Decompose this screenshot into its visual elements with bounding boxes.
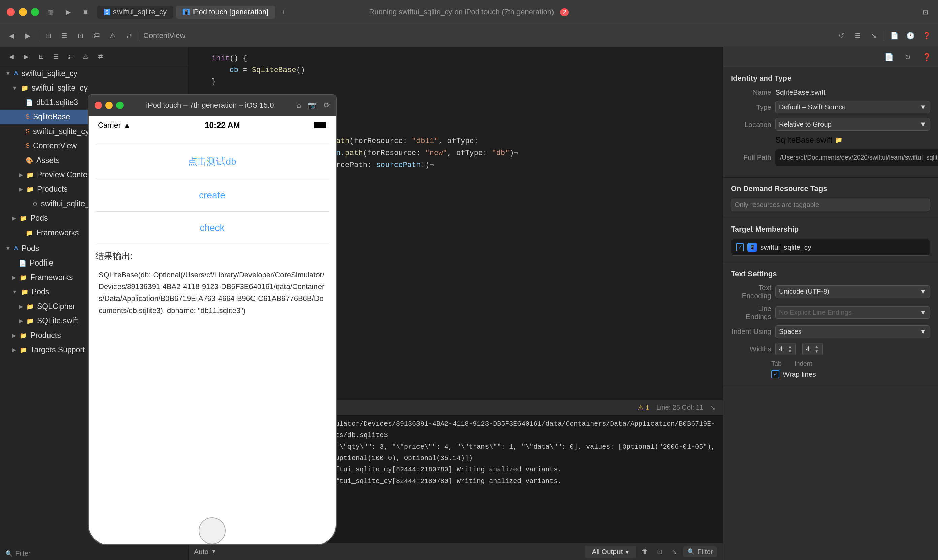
target-checkbox[interactable]: ✓ bbox=[736, 243, 744, 251]
phone-frame: Carrier ▲ 10:22 AM 点击测试db create bbox=[188, 116, 337, 545]
sim-screenshot-icon[interactable]: 📷 bbox=[308, 101, 317, 110]
phone-content[interactable]: 点击测试db create check 结果输出: SQLiteBase(db:… bbox=[188, 135, 336, 517]
battery-icon bbox=[314, 122, 326, 128]
close-button[interactable] bbox=[7, 8, 15, 16]
line-endings-label: Line Endings bbox=[731, 305, 771, 321]
layout-toggle-icon[interactable]: ⊡ bbox=[919, 6, 931, 18]
filter-icon2: 🔍 bbox=[687, 548, 695, 555]
tab-bar: S swiftui_sqlite_cy 📱 iPod touch [genera… bbox=[97, 6, 914, 18]
sidebar-toggle-icon[interactable]: ▦ bbox=[45, 6, 57, 18]
swift-icon: S bbox=[104, 9, 111, 15]
tab-label: Tab bbox=[771, 360, 782, 368]
sidebar-group1-label: swiftui_sqlite_cy bbox=[32, 83, 88, 92]
main-area: ◀ ▶ ⊞ ☰ 🏷 ⚠ ⇄ ▼ A swiftui_sqlite_cy ▼ 📁 … bbox=[0, 47, 938, 560]
maximize-button[interactable] bbox=[31, 8, 39, 16]
tab-swiftui[interactable]: S swiftui_sqlite_cy bbox=[97, 6, 173, 18]
sidebar-item-group1[interactable]: ▼ 📁 swiftui_sqlite_cy bbox=[0, 81, 188, 95]
line-endings-dropdown[interactable]: No Explicit Line Endings ▼ bbox=[775, 306, 930, 319]
phone-btn-check[interactable]: check bbox=[188, 214, 329, 241]
breadcrumb-item[interactable]: ContentView bbox=[143, 31, 185, 40]
expand-status-icon: ⤡ bbox=[710, 403, 716, 412]
inspector-history-btn[interactable]: ↻ bbox=[902, 51, 914, 63]
tab-ipod[interactable]: 📱 iPod touch [generation] bbox=[176, 6, 275, 18]
expand-console-icon[interactable]: ⤡ bbox=[668, 546, 681, 558]
on-demand-title: On Demand Resource Tags bbox=[731, 185, 930, 193]
sidebar-back-icon[interactable]: ◀ bbox=[5, 51, 17, 63]
location-dropdown[interactable]: Relative to Group ▼ bbox=[775, 118, 930, 131]
products2-expand: ▶ bbox=[12, 332, 16, 338]
diff-icon[interactable]: ⇄ bbox=[123, 29, 135, 42]
target-membership-section: Target Membership ✓ 📱 swiftui_sqlite_cy bbox=[723, 218, 938, 263]
auto-label: Auto bbox=[194, 548, 208, 555]
indent-dropdown[interactable]: Spaces ▼ bbox=[775, 325, 930, 338]
target-app-icon: 📱 bbox=[747, 243, 757, 252]
phone-btn-create[interactable]: create bbox=[188, 182, 329, 209]
warning-icon[interactable]: ⚠ bbox=[107, 29, 119, 42]
encoding-dropdown[interactable]: Unicode (UTF-8) ▼ bbox=[775, 285, 930, 298]
tab-width-field[interactable]: 4 ▲ ▼ bbox=[775, 343, 796, 355]
text-settings-section: Text Settings Text Encoding Unicode (UTF… bbox=[723, 263, 938, 385]
right-panel: 📄 ↻ ❓ Identity and Type Name SqliteBase.… bbox=[722, 47, 938, 560]
back-icon[interactable]: ◀ bbox=[5, 29, 17, 42]
sidebar-sqliteswift-label: SQLite.swift bbox=[37, 316, 79, 325]
expand-icon[interactable]: ⤡ bbox=[868, 29, 880, 42]
sidebar-tag-icon[interactable]: 🏷 bbox=[65, 51, 77, 63]
wrap-checkbox[interactable]: ✓ bbox=[771, 370, 779, 378]
chevron-down-icon2: ▼ bbox=[920, 120, 926, 128]
phone-btn-testdb[interactable]: 点击测试db bbox=[188, 147, 329, 176]
line-endings-row: Line Endings No Explicit Line Endings ▼ bbox=[731, 305, 930, 321]
expand-icon2: ▶ bbox=[19, 186, 23, 192]
file-grid-icon[interactable]: ⊞ bbox=[42, 29, 54, 42]
all-output-tab[interactable]: All Output ▼ bbox=[585, 546, 636, 558]
minimize-button[interactable] bbox=[19, 8, 27, 16]
collapse-icon: ▼ bbox=[12, 85, 17, 91]
forward-icon[interactable]: ▶ bbox=[22, 29, 34, 42]
indent-stepper[interactable]: ▲ ▼ bbox=[815, 344, 819, 354]
pods2-folder-icon: 📁 bbox=[21, 288, 28, 296]
list-icon[interactable]: ☰ bbox=[58, 29, 70, 42]
chevron-endings-icon: ▼ bbox=[920, 309, 926, 316]
inspector-q-icon[interactable]: ❓ bbox=[921, 29, 933, 42]
inspector-doc-btn[interactable]: 📄 bbox=[883, 51, 895, 63]
on-demand-input[interactable]: Only resources are taggable bbox=[731, 198, 930, 211]
sidebar-item-root[interactable]: ▼ A swiftui_sqlite_cy bbox=[0, 66, 188, 81]
sidebar-warn-icon[interactable]: ⚠ bbox=[80, 51, 92, 63]
products-folder-icon: 📁 bbox=[26, 186, 34, 193]
sidebar-diff2-icon[interactable]: ⇄ bbox=[94, 51, 106, 63]
phone-home-bar bbox=[188, 517, 336, 544]
folder-choose-icon[interactable]: 📁 bbox=[835, 136, 843, 144]
sidebar-products2-label: Products bbox=[30, 331, 61, 340]
sqlcipher-icon: 📁 bbox=[26, 303, 34, 310]
target-membership-title: Target Membership bbox=[731, 225, 930, 234]
inspector-help-btn[interactable]: ❓ bbox=[921, 51, 933, 63]
chevron-down-icon: ▼ bbox=[920, 103, 926, 111]
targets-folder-icon: 📁 bbox=[20, 346, 27, 354]
stop-button[interactable]: ■ bbox=[80, 6, 92, 18]
tab-stepper[interactable]: ▲ ▼ bbox=[788, 344, 792, 354]
home-button[interactable] bbox=[199, 517, 226, 544]
split-icon[interactable]: ⊡ bbox=[74, 29, 86, 42]
refresh-icon[interactable]: ↺ bbox=[835, 29, 847, 42]
simulator-window: iPod touch – 7th generation – iOS 15.0 ⌂… bbox=[188, 94, 337, 545]
name-value: SqliteBase.swift bbox=[775, 88, 930, 96]
sim-rotate-icon[interactable]: ⟳ bbox=[323, 101, 330, 110]
separator bbox=[38, 30, 38, 41]
sim-home-icon[interactable]: ⌂ bbox=[297, 101, 301, 110]
chevron-down-icon: ▼ bbox=[211, 549, 217, 555]
trash-icon[interactable]: 🗑 bbox=[639, 546, 651, 558]
inspector-clock-icon[interactable]: 🕐 bbox=[904, 29, 916, 42]
add-tab-button[interactable]: ＋ bbox=[278, 6, 290, 18]
location-file-row: SqliteBase.swift 📁 bbox=[731, 135, 930, 145]
lines-icon[interactable]: ☰ bbox=[852, 29, 864, 42]
indent-width-field[interactable]: 4 ▲ ▼ bbox=[802, 343, 822, 355]
breadcrumb: ContentView bbox=[143, 31, 831, 40]
split-console-icon[interactable]: ⊡ bbox=[653, 546, 665, 558]
type-dropdown[interactable]: Default – Swift Source ▼ bbox=[775, 101, 930, 114]
inspector-doc-icon[interactable]: 📄 bbox=[888, 29, 900, 42]
run-button[interactable]: ▶ bbox=[62, 6, 74, 18]
sidebar-forward-icon[interactable]: ▶ bbox=[20, 51, 32, 63]
tag-icon[interactable]: 🏷 bbox=[91, 29, 103, 42]
sidebar-list-icon[interactable]: ☰ bbox=[50, 51, 62, 63]
location-label: Location bbox=[731, 120, 771, 129]
sidebar-grid-icon[interactable]: ⊞ bbox=[35, 51, 47, 63]
